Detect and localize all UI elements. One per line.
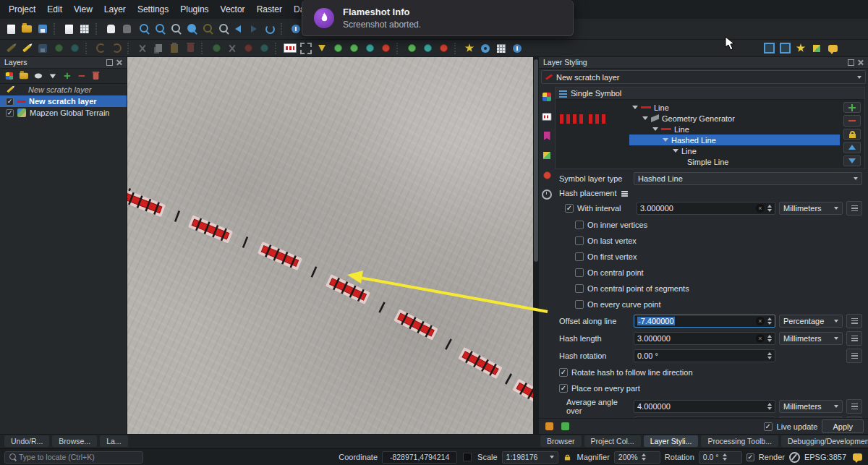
fill-ring-icon[interactable] — [346, 41, 362, 56]
zoom-to-selection-icon[interactable] — [198, 22, 214, 36]
rotation-spinner[interactable]: 0.0 ° — [699, 451, 742, 464]
symbol-layer-type-select[interactable]: Hashed Line — [634, 172, 862, 185]
data-defined-override-button[interactable] — [846, 399, 862, 414]
with-interval-unit-select[interactable]: Millimeters — [779, 202, 843, 215]
python-console-icon[interactable] — [809, 41, 825, 56]
clear-value-icon[interactable]: × — [756, 317, 765, 325]
new-virtual-layer-icon[interactable] — [298, 41, 314, 56]
tree-item-hashed-line[interactable]: Hashed Line — [629, 135, 840, 145]
tree-item-line[interactable]: Line — [629, 102, 840, 113]
pan-map-icon[interactable] — [103, 22, 119, 36]
collapse-all-icon[interactable] — [76, 71, 86, 81]
grid-options-icon[interactable] — [493, 41, 509, 56]
menu-edit[interactable]: Edit — [41, 1, 68, 18]
with-interval-input[interactable]: 3.000000 × — [637, 202, 775, 215]
filter-legend-icon[interactable] — [47, 71, 57, 81]
zoom-in-icon[interactable] — [135, 22, 150, 36]
on-last-vertex-checkbox[interactable] — [575, 236, 584, 245]
styling-panel-scrollbar[interactable] — [533, 56, 539, 434]
zoom-next-icon[interactable] — [246, 22, 262, 36]
labels-tab-icon[interactable] — [541, 111, 553, 122]
offset-curve-icon[interactable] — [404, 41, 420, 56]
style-redo-icon[interactable] — [559, 421, 571, 432]
log-messages-icon[interactable] — [825, 41, 841, 56]
tab-browser-left[interactable]: Browse... — [52, 435, 97, 447]
layer-item-mapzen-global-terrain[interactable]: ✓ Mapzen Global Terrain — [0, 107, 127, 119]
tab-debugging-development[interactable]: Debugging/Development To... — [781, 435, 868, 447]
paste-features-icon[interactable] — [166, 41, 182, 56]
expand-icon[interactable] — [663, 138, 668, 142]
layer-item-scratch-edit-indicator[interactable]: New scratch layer — [0, 84, 127, 95]
expand-icon[interactable] — [673, 149, 678, 153]
offset-unit-select[interactable]: Percentage — [779, 315, 843, 328]
add-group-icon[interactable] — [18, 71, 28, 81]
data-defined-override-button[interactable] — [846, 349, 862, 363]
close-panel-icon[interactable] — [116, 59, 122, 66]
hash-length-unit-select[interactable]: Millimeters — [779, 332, 843, 345]
on-inner-vertices-checkbox[interactable] — [575, 221, 584, 229]
tab-processing-toolbox[interactable]: Processing Toolb... — [701, 435, 778, 447]
tab-layers[interactable]: La... — [100, 435, 127, 447]
layer-item-new-scratch-layer[interactable]: ✓ New scratch layer — [0, 95, 127, 107]
add-ring-icon[interactable] — [330, 41, 346, 56]
live-update-checkbox[interactable]: ✓ — [764, 422, 773, 431]
history-tab-icon[interactable] — [541, 189, 553, 200]
magnifier-spinner[interactable]: 200% — [614, 451, 660, 464]
select-by-expression-icon[interactable] — [314, 41, 330, 56]
manage-map-themes-icon[interactable] — [33, 71, 43, 81]
select-by-form-icon[interactable] — [761, 41, 777, 56]
pan-to-selection-icon[interactable] — [119, 22, 135, 36]
spinner[interactable] — [767, 335, 772, 342]
delete-ring-icon[interactable] — [378, 41, 393, 56]
apply-button[interactable]: Apply — [822, 419, 864, 433]
expand-icon[interactable] — [632, 106, 638, 109]
help-icon[interactable] — [509, 41, 525, 56]
menu-raster[interactable]: Raster — [251, 1, 288, 18]
tree-item-simple-line[interactable]: Simple Line — [629, 156, 840, 167]
remove-layer-icon[interactable] — [90, 71, 101, 81]
menu-layer[interactable]: Layer — [98, 1, 132, 18]
spinner[interactable] — [767, 205, 772, 212]
spinner[interactable] — [767, 403, 772, 410]
average-angle-unit-select[interactable]: Millimeters — [779, 400, 843, 413]
close-panel-icon[interactable] — [857, 59, 864, 66]
masks-tab-icon[interactable] — [541, 130, 553, 142]
menu-project[interactable]: Project — [3, 1, 41, 18]
extents-icon[interactable] — [461, 450, 473, 464]
symbol-type-header[interactable]: Single Symbol — [556, 88, 864, 100]
map-canvas[interactable] — [127, 56, 533, 434]
menu-vector[interactable]: Vector — [215, 1, 251, 18]
open-project-icon[interactable] — [19, 22, 35, 36]
spinner[interactable] — [767, 352, 772, 359]
bookmark-icon[interactable] — [461, 41, 477, 56]
move-up-icon[interactable] — [843, 142, 861, 153]
offset-along-line-input[interactable]: -7.400000 × — [634, 315, 775, 328]
flameshot-notification[interactable]: Flameshot Info Screenshot aborted. — [302, 0, 574, 36]
diagrams-tab-icon[interactable] — [541, 169, 553, 181]
on-central-point-checkbox[interactable] — [575, 268, 584, 277]
tree-item-line-2[interactable]: Line — [629, 124, 840, 135]
remove-symbol-layer-icon[interactable] — [843, 115, 861, 126]
hash-rotation-input[interactable]: 0.00 ° — [634, 349, 775, 362]
open-layer-styling-icon[interactable] — [4, 71, 14, 81]
simplify-feature-icon[interactable] — [435, 41, 451, 56]
layer-labeling-icon[interactable] — [282, 41, 298, 56]
layout-manager-icon[interactable] — [77, 22, 93, 36]
zoom-last-icon[interactable] — [230, 22, 246, 36]
add-part-icon[interactable] — [362, 41, 378, 56]
on-central-point-of-segments-checkbox[interactable] — [575, 284, 584, 293]
expand-icon[interactable] — [652, 127, 658, 131]
float-panel-icon[interactable] — [106, 59, 113, 66]
select-by-polygon-icon[interactable] — [777, 41, 793, 56]
messages-icon[interactable] — [851, 450, 864, 464]
style-undo-icon[interactable] — [543, 421, 555, 432]
layer-visibility-checkbox[interactable]: ✓ — [6, 98, 14, 106]
menu-plugins[interactable]: Plugins — [174, 1, 214, 18]
reshape-features-icon[interactable] — [240, 41, 256, 56]
symbology-tab-icon[interactable] — [541, 91, 553, 103]
tab-undo-redo[interactable]: Undo/R... — [4, 435, 49, 447]
scrollbar-thumb[interactable] — [534, 59, 538, 262]
average-angle-input[interactable]: 4.000000 — [634, 400, 775, 413]
scale-select[interactable]: 1:198176 — [502, 451, 558, 464]
clear-value-icon[interactable]: × — [756, 204, 765, 213]
